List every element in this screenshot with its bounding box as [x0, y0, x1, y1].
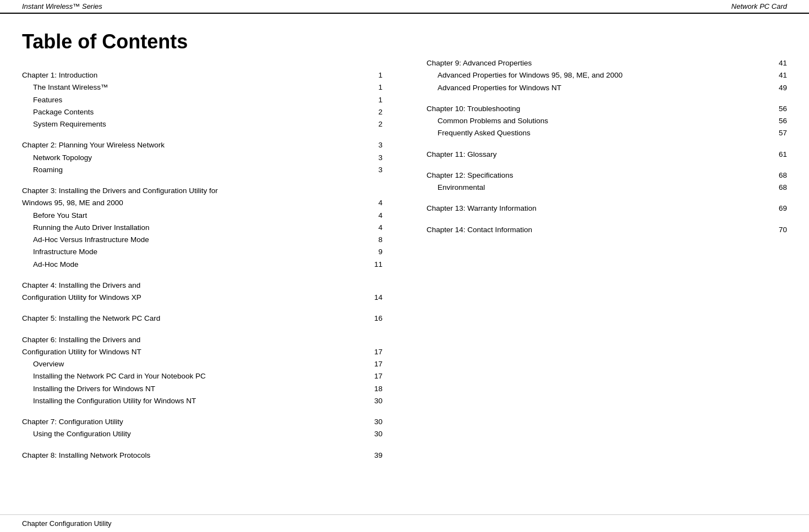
chapter-label: Chapter 6: Installing the Drivers and	[22, 334, 382, 345]
chapter-label: Chapter 13: Warranty Information	[427, 203, 770, 214]
sub-page: 3	[366, 152, 382, 163]
sub-page: 17	[366, 359, 382, 370]
toc-sub-item: Network Topology3	[33, 152, 382, 163]
sub-label: System Requirements	[33, 119, 366, 130]
toc-sub-item: Installing the Network PC Card in Your N…	[33, 371, 382, 382]
toc-chapter: Chapter 5: Installing the Network PC Car…	[22, 313, 382, 324]
toc-sub-item: Package Contents2	[33, 107, 382, 118]
chapter-label: Chapter 9: Advanced Properties	[427, 58, 770, 69]
toc-sub-item: Using the Configuration Utility30	[33, 429, 382, 440]
toc-chapter: Windows 95, 98, ME and 20004	[22, 198, 382, 209]
sub-page: 4	[366, 210, 382, 221]
sub-page: 68	[770, 182, 787, 193]
sub-label: Advanced Properties for Windows 95, 98, …	[438, 70, 770, 81]
sub-label: Installing the Network PC Card in Your N…	[33, 371, 366, 382]
toc-sub-item: Common Problems and Solutions56	[438, 116, 787, 127]
toc-sub-item: Infrastructure Mode9	[33, 246, 382, 257]
toc-sub-item: Overview17	[33, 359, 382, 370]
sub-page: 4	[366, 222, 382, 233]
toc-chapter: Chapter 14: Contact Information70	[427, 224, 787, 235]
sub-label: Features	[33, 95, 366, 106]
chapter-label: Chapter 11: Glossary	[427, 149, 770, 160]
toc-section: Chapter 3: Installing the Drivers and Co…	[22, 185, 382, 270]
chapter-label: Windows 95, 98, ME and 2000	[22, 198, 366, 209]
sub-page: 49	[770, 83, 787, 94]
chapter-label: Chapter 10: Troubleshooting	[427, 103, 770, 114]
sub-page: 41	[770, 70, 787, 81]
sub-page: 30	[366, 396, 382, 407]
sub-label: Installing the Drivers for Windows NT	[33, 383, 366, 394]
sub-label: Environmental	[438, 182, 770, 193]
toc-sub-item: Running the Auto Driver Installation4	[33, 222, 382, 233]
toc-chapter: Chapter 4: Installing the Drivers and	[22, 280, 382, 291]
chapter-page: 68	[770, 170, 787, 181]
toc-sub-item: Frequently Asked Questions57	[438, 128, 787, 139]
toc-chapter: Chapter 10: Troubleshooting56	[427, 103, 787, 114]
chapter-page: 3	[366, 140, 382, 151]
toc-section: Chapter 11: Glossary61	[427, 149, 787, 160]
toc-sub-item: Advanced Properties for Windows 95, 98, …	[438, 70, 787, 81]
chapter-page: 16	[366, 313, 382, 324]
sub-page: 57	[770, 128, 787, 139]
chapter-label: Chapter 2: Planning Your Wireless Networ…	[22, 140, 366, 151]
toc-chapter: Chapter 7: Configuration Utility30	[22, 416, 382, 427]
sub-page: 18	[366, 383, 382, 394]
sub-page: 2	[366, 107, 382, 118]
header-left: Instant Wireless™ Series	[22, 2, 102, 10]
header-right: Network PC Card	[731, 2, 787, 10]
sub-page: 3	[366, 164, 382, 175]
chapter-page: 14	[366, 292, 382, 303]
chapter-page: 70	[770, 224, 787, 235]
sub-label: Infrastructure Mode	[33, 246, 366, 257]
sub-label: Network Topology	[33, 152, 366, 163]
toc-sub-item: Roaming3	[33, 164, 382, 175]
toc-chapter: Chapter 13: Warranty Information69	[427, 203, 787, 214]
chapter-label: Configuration Utility for Windows NT	[22, 347, 366, 358]
sub-label: Installing the Configuration Utility for…	[33, 396, 366, 407]
toc-chapter: Chapter 3: Installing the Drivers and Co…	[22, 185, 382, 196]
sub-label: Common Problems and Solutions	[438, 116, 770, 127]
footer-text: Chapter Configuration Utility	[22, 519, 112, 528]
toc-chapter: Chapter 8: Installing Network Protocols3…	[22, 450, 382, 461]
chapter-page: 61	[770, 149, 787, 160]
toc-section: Chapter 9: Advanced Properties41Advanced…	[427, 58, 787, 94]
sub-label: Running the Auto Driver Installation	[33, 222, 366, 233]
toc-sub-item: Features1	[33, 95, 382, 106]
sub-label: The Instant Wireless™	[33, 82, 366, 93]
chapter-page: 69	[770, 203, 787, 214]
sub-page: 9	[366, 246, 382, 257]
toc-sub-item: Before You Start4	[33, 210, 382, 221]
sub-page: 17	[366, 371, 382, 382]
chapter-label: Configuration Utility for Windows XP	[22, 292, 366, 303]
toc-chapter: Configuration Utility for Windows NT17	[22, 347, 382, 358]
chapter-label: Chapter 1: Introduction	[22, 70, 366, 81]
toc-section: Chapter 10: Troubleshooting56Common Prob…	[427, 103, 787, 139]
toc-sub-item: Installing the Drivers for Windows NT18	[33, 383, 382, 394]
sub-page: 2	[366, 119, 382, 130]
toc-chapter: Chapter 6: Installing the Drivers and	[22, 334, 382, 345]
chapter-label: Chapter 3: Installing the Drivers and Co…	[22, 185, 382, 196]
sub-label: Using the Configuration Utility	[33, 429, 366, 440]
sub-label: Before You Start	[33, 210, 366, 221]
right-toc: Chapter 9: Advanced Properties41Advanced…	[427, 58, 787, 235]
chapter-page: 56	[770, 103, 787, 114]
toc-section: Chapter 4: Installing the Drivers andCon…	[22, 280, 382, 304]
toc-chapter: Chapter 2: Planning Your Wireless Networ…	[22, 140, 382, 151]
toc-section: Chapter 2: Planning Your Wireless Networ…	[22, 140, 382, 175]
toc-chapter: Chapter 11: Glossary61	[427, 149, 787, 160]
left-column: Table of Contents Chapter 1: Introductio…	[22, 14, 404, 471]
toc-section: Chapter 1: Introduction1The Instant Wire…	[22, 70, 382, 130]
chapter-label: Chapter 5: Installing the Network PC Car…	[22, 313, 366, 324]
main-content: Table of Contents Chapter 1: Introductio…	[0, 14, 809, 471]
chapter-label: Chapter 7: Configuration Utility	[22, 416, 366, 427]
toc-section: Chapter 12: Specifications68Environmenta…	[427, 170, 787, 194]
sub-label: Advanced Properties for Windows NT	[438, 83, 770, 94]
toc-section: Chapter 14: Contact Information70	[427, 224, 787, 235]
chapter-page: 39	[366, 450, 382, 461]
chapter-label: Chapter 14: Contact Information	[427, 224, 770, 235]
sub-label: Roaming	[33, 164, 366, 175]
chapter-page: 4	[366, 198, 382, 209]
chapter-label: Chapter 12: Specifications	[427, 170, 770, 181]
chapter-page: 1	[366, 70, 382, 81]
left-toc: Chapter 1: Introduction1The Instant Wire…	[22, 70, 382, 461]
